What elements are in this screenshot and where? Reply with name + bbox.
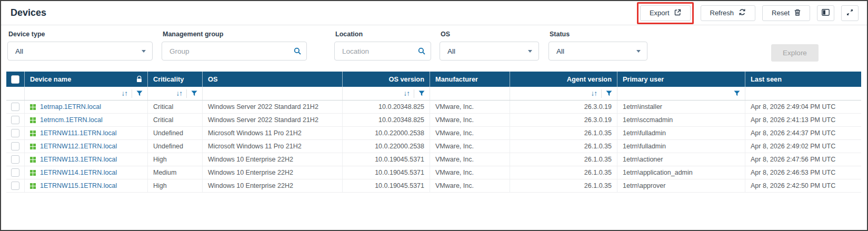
reset-button[interactable]: Reset: [762, 5, 810, 21]
cell-os_version: 10.0.22000.2538: [342, 127, 430, 139]
os-select[interactable]: All: [440, 42, 539, 61]
search-icon[interactable]: [418, 47, 425, 57]
status-filter: Status All: [548, 31, 647, 61]
row-checkbox[interactable]: [11, 155, 19, 164]
cell-select: [6, 127, 24, 139]
os_version-value: 10.0.19045.5371: [375, 169, 424, 176]
tools-cell-os: [202, 87, 342, 100]
cell-manufacturer: VMware, Inc.: [430, 114, 510, 126]
export-button-label: Export: [650, 9, 670, 17]
table-row[interactable]: 1ETRNW112.1ETRN.localUndefinedMicrosoft …: [6, 140, 861, 153]
sort-icon[interactable]: ↓↑: [591, 89, 597, 97]
select-all-checkbox[interactable]: [11, 75, 19, 84]
filter-funnel-icon[interactable]: [136, 91, 143, 96]
table-tools-row: ↓↑↓↑↓↑↓↑: [6, 87, 861, 101]
management-group-label: Management group: [163, 31, 307, 38]
column-header-last_seen[interactable]: Last seen: [745, 72, 861, 87]
column-header-label: OS version: [388, 75, 424, 83]
os-filter: OS All: [440, 31, 539, 61]
column-header-primary_user[interactable]: Primary user: [617, 72, 745, 87]
windows-device-icon: [30, 130, 36, 136]
last_seen-value: Apr 8, 2026 2:41:13 PM UTC: [751, 116, 835, 124]
table-row[interactable]: 1ETRNW115.1ETRN.localHighWindows 10 Ente…: [6, 179, 861, 193]
device-name-link[interactable]: 1ETRNW111.1ETRN.local: [40, 129, 116, 137]
toolbar: Export Refresh: [637, 2, 859, 24]
cell-os_version: 10.0.19045.5371: [342, 166, 430, 179]
filter-funnel-icon[interactable]: [606, 91, 612, 96]
agent_version-value: 26.1.0.35: [584, 156, 612, 163]
tool-divider: [601, 89, 602, 98]
criticality-value: Undefined: [153, 129, 183, 137]
cell-os: Windows 10 Enterprise 22H2: [202, 166, 342, 179]
reset-button-label: Reset: [772, 9, 790, 17]
sort-icon[interactable]: ↓↑: [176, 89, 183, 97]
row-checkbox[interactable]: [11, 168, 19, 177]
cell-criticality: Undefined: [147, 140, 202, 153]
device-type-label: Device type: [8, 31, 153, 38]
row-checkbox[interactable]: [11, 142, 19, 150]
export-button[interactable]: Export: [640, 5, 691, 21]
column-header-agent_version[interactable]: Agent version: [510, 72, 617, 87]
status-value: All: [556, 47, 564, 55]
cell-os_version: 10.0.20348.825: [342, 114, 430, 126]
device-name-link[interactable]: 1ETRNW114.1ETRN.local: [40, 169, 117, 176]
cell-os: Windows Server 2022 Standard 21H2: [202, 101, 342, 113]
external-link-icon: [674, 9, 681, 17]
status-select[interactable]: All: [548, 42, 647, 61]
primary_user-value: 1etrn\fulladmin: [623, 129, 666, 137]
cell-device_name: 1ETRNW112.1ETRN.local: [24, 140, 147, 153]
last_seen-value: Apr 8, 2026 2:49:02 PM UTC: [751, 143, 835, 150]
filter-funnel-icon[interactable]: [191, 91, 197, 96]
filter-funnel-icon[interactable]: [734, 91, 740, 96]
expand-button[interactable]: [841, 5, 859, 21]
manufacturer-value: VMware, Inc.: [435, 169, 474, 176]
table-row[interactable]: 1etrnap.1ETRN.localCriticalWindows Serve…: [6, 101, 861, 114]
cell-criticality: Critical: [147, 101, 202, 113]
device-name-link[interactable]: 1ETRNW113.1ETRN.local: [40, 156, 117, 163]
management-group-input[interactable]: [162, 42, 307, 61]
column-header-label: Last seen: [751, 75, 782, 83]
criticality-value: Critical: [153, 116, 173, 124]
cell-last_seen: Apr 8, 2026 2:41:13 PM UTC: [745, 114, 861, 126]
column-header-device_name[interactable]: Device name: [24, 72, 147, 87]
device-type-select[interactable]: All: [7, 42, 153, 61]
device-name-link[interactable]: 1etrncm.1ETRN.local: [40, 116, 103, 124]
export-highlight-annotation: Export: [637, 2, 694, 24]
cell-primary_user: 1etrn\installer: [617, 101, 745, 113]
row-checkbox[interactable]: [11, 182, 19, 190]
device-name-link[interactable]: 1ETRNW112.1ETRN.local: [40, 143, 117, 150]
columns-button[interactable]: [817, 5, 834, 21]
table-row[interactable]: 1ETRNW113.1ETRN.localHighWindows 10 Ente…: [6, 153, 861, 166]
table-row[interactable]: 1ETRNW114.1ETRN.localMediumWindows 10 En…: [6, 166, 861, 179]
refresh-button-label: Refresh: [710, 9, 734, 17]
sort-icon[interactable]: ↓↑: [404, 89, 410, 97]
device-name-link[interactable]: 1etrnap.1ETRN.local: [40, 103, 101, 111]
table-row[interactable]: 1ETRNW111.1ETRN.localUndefinedMicrosoft …: [6, 127, 861, 140]
cell-select: [6, 101, 24, 113]
sort-icon[interactable]: ↓↑: [122, 89, 128, 97]
column-header-manufacturer[interactable]: Manufacturer: [430, 72, 510, 87]
row-checkbox[interactable]: [11, 116, 19, 124]
row-checkbox[interactable]: [11, 129, 19, 137]
device-name-link[interactable]: 1ETRNW115.1ETRN.local: [40, 182, 117, 189]
filter-funnel-icon[interactable]: [418, 91, 425, 96]
search-icon[interactable]: [294, 47, 301, 57]
refresh-button[interactable]: Refresh: [701, 5, 756, 21]
column-header-criticality[interactable]: Criticality: [147, 72, 202, 87]
table-row[interactable]: 1etrncm.1ETRN.localCriticalWindows Serve…: [6, 114, 861, 127]
cell-criticality: Critical: [147, 114, 202, 126]
agent_version-value: 26.3.0.19: [584, 103, 612, 111]
os-value: Microsoft Windows 11 Pro 21H2: [208, 129, 302, 137]
row-checkbox[interactable]: [11, 103, 19, 111]
column-header-label: Criticality: [153, 75, 184, 83]
refresh-icon: [739, 8, 746, 17]
cell-criticality: High: [147, 153, 202, 166]
location-input[interactable]: [334, 42, 431, 61]
explore-button[interactable]: Explore: [771, 44, 819, 62]
manufacturer-value: VMware, Inc.: [435, 143, 474, 150]
column-header-os[interactable]: OS: [202, 72, 342, 87]
last_seen-value: Apr 8, 2026 2:42:50 PM UTC: [751, 182, 835, 189]
devices-table: Device nameCriticalityOSOS versionManufa…: [6, 72, 861, 193]
primary_user-value: 1etrn\sccmadmin: [623, 116, 673, 124]
column-header-os_version[interactable]: OS version: [342, 72, 430, 87]
